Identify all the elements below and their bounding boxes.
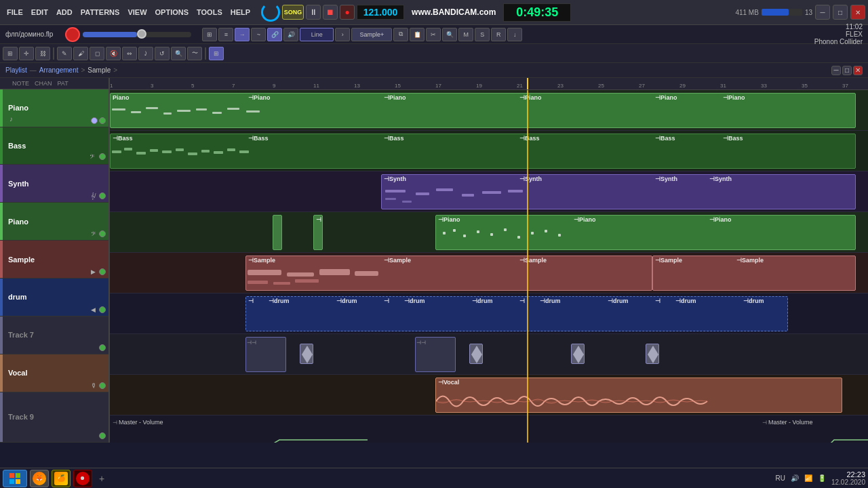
eraser-btn[interactable]: ◻: [90, 47, 104, 60]
track-mute-track9[interactable]: [99, 432, 106, 439]
sub-minimize[interactable]: ─: [831, 66, 841, 75]
zoom-btn[interactable]: 🔍: [442, 28, 457, 41]
menu-help[interactable]: HELP: [226, 5, 254, 19]
track-item-track7[interactable]: Track 7: [0, 317, 108, 354]
track-item-vocal[interactable]: Vocal 🎙: [0, 354, 108, 392]
pattern-piano1-1[interactable]: Piano: [110, 93, 856, 128]
sample-dropdown[interactable]: Sample +: [351, 28, 392, 41]
taskbar-fruity-btn[interactable]: 🍊: [52, 470, 71, 487]
track-item-drum[interactable]: drum ◀: [0, 279, 108, 317]
lane-piano1[interactable]: Piano: [110, 90, 868, 131]
pattern-vocal-1[interactable]: ⊣Vocal: [435, 378, 842, 413]
arrangement-area[interactable]: 1 3 5 7 9 11 13 15 17 19 21 23 25 27 29 …: [110, 78, 868, 443]
track-mute-track7[interactable]: [99, 344, 106, 351]
tempo-slider-thumb[interactable]: [137, 29, 146, 39]
track-item-bass[interactable]: Bass 𝄢: [0, 127, 108, 165]
menu-view[interactable]: VIEW: [123, 5, 151, 19]
track-num-bass[interactable]: 𝄢: [90, 153, 98, 161]
bpm-display[interactable]: 121.000: [357, 5, 404, 20]
close-btn[interactable]: ✕: [850, 5, 865, 20]
taskbar-record-btn[interactable]: ⏺: [73, 470, 92, 487]
link2-btn[interactable]: ⛓: [35, 47, 50, 60]
track-mute-sample[interactable]: [99, 268, 106, 275]
menu-edit[interactable]: EDIT: [27, 5, 52, 19]
snap-btn[interactable]: ≡: [218, 28, 233, 41]
menu-file[interactable]: FILE: [3, 5, 27, 19]
wave-btn[interactable]: 〜: [187, 47, 202, 60]
lane-bass[interactable]: ⊣Bass: [110, 131, 868, 171]
track-mute-vocal[interactable]: [99, 382, 106, 389]
pattern-track7-2[interactable]: [300, 344, 313, 364]
pattern-track7-6[interactable]: [646, 344, 659, 364]
track-item-piano1[interactable]: Piano ♪: [0, 89, 108, 127]
track-num-piano2[interactable]: 𝄢: [91, 230, 98, 237]
record-track-btn[interactable]: R: [491, 28, 506, 41]
track-icon-synth[interactable]: 𝄞/: [91, 192, 98, 199]
track-item-track9[interactable]: Track 9: [0, 392, 108, 443]
chevron-btn[interactable]: ›: [335, 28, 350, 41]
download-btn[interactable]: ↓: [507, 28, 522, 41]
breadcrumb-sample[interactable]: Sample: [87, 66, 111, 74]
line-mode-btn[interactable]: Line: [300, 28, 334, 41]
menu-add[interactable]: ADD: [52, 5, 77, 19]
track-mute-synth[interactable]: [99, 192, 106, 199]
pattern-piano2-1[interactable]: [273, 215, 282, 250]
track-mute-drum[interactable]: [99, 306, 106, 313]
pattern-track7-3[interactable]: ⊣⊣: [415, 337, 456, 372]
paste-btn[interactable]: 📋: [410, 28, 425, 41]
pattern-piano2-big[interactable]: ⊣Piano: [435, 215, 856, 250]
drag-btn[interactable]: ✛: [19, 47, 34, 60]
pattern-piano2-2[interactable]: ⊣: [313, 215, 323, 250]
active-tool[interactable]: ⊞: [209, 47, 224, 60]
track-mute-bass[interactable]: [99, 153, 106, 160]
copy-btn[interactable]: ⧉: [393, 28, 408, 41]
menu-options[interactable]: OPTIONS: [151, 5, 193, 19]
track-active-piano1[interactable]: [91, 117, 98, 124]
pause-btn[interactable]: ⏸: [306, 5, 321, 20]
stop-btn[interactable]: ⏹: [323, 5, 338, 20]
curve-btn[interactable]: ~: [251, 28, 266, 41]
split-btn[interactable]: ⇔: [122, 47, 137, 60]
breadcrumb-arrangement[interactable]: Arrangement: [39, 66, 79, 74]
lane-automation[interactable]: ⊣ Master - Volume ⊣ Master - Volume: [110, 415, 868, 443]
mute2-btn[interactable]: 🔇: [106, 47, 121, 60]
lane-piano2[interactable]: ⊣ ⊣Piano: [110, 212, 868, 253]
track-item-piano2[interactable]: Piano 𝄢: [0, 203, 108, 241]
taskbar-browser-btn[interactable]: 🦊: [30, 470, 49, 487]
maximize-btn[interactable]: □: [833, 5, 848, 20]
loop-btn[interactable]: ↺: [155, 47, 170, 60]
lane-vocal[interactable]: ⊣Vocal: [110, 375, 868, 415]
track-icon-vocal[interactable]: 🎙: [91, 382, 98, 389]
pattern-synth-1[interactable]: ⊣Synth ⊣Synth: [381, 174, 856, 209]
pattern-sample-2[interactable]: ⊣Sample ⊣Sample: [652, 256, 856, 291]
lane-sample[interactable]: ⊣Sample ⊣Sample ⊣Sample: [110, 253, 868, 293]
track-mute-piano1[interactable]: [99, 117, 106, 124]
pattern-track7-1[interactable]: ⊣⊣: [245, 337, 286, 372]
song-btn[interactable]: SONG: [282, 5, 304, 20]
sub-close[interactable]: ✕: [853, 66, 863, 75]
link-btn[interactable]: 🔗: [267, 28, 282, 41]
track-item-sample[interactable]: Sample ▶: [0, 241, 108, 279]
solo-btn[interactable]: S: [475, 28, 490, 41]
delete-btn[interactable]: ✂: [426, 28, 441, 41]
pattern-track7-5[interactable]: [571, 344, 585, 364]
arrow-btn[interactable]: →: [235, 28, 250, 41]
pattern-bass-1[interactable]: ⊣Bass: [110, 134, 856, 169]
magnify-btn[interactable]: 🔍: [171, 47, 186, 60]
record-btn[interactable]: ●: [340, 5, 355, 20]
track-mute-piano2[interactable]: [99, 230, 106, 237]
track-icon-drum[interactable]: ◀: [91, 306, 98, 313]
battery-icon[interactable]: 🔋: [818, 474, 826, 482]
pencil-btn[interactable]: ✎: [57, 47, 72, 60]
taskbar-windows-btn[interactable]: [3, 470, 27, 487]
playlist-grid-btn[interactable]: ⊞: [3, 47, 18, 60]
network-icon[interactable]: 📶: [804, 474, 812, 482]
breadcrumb-playlist[interactable]: Playlist: [5, 66, 27, 74]
track-item-synth[interactable]: Synth 𝄞/: [0, 165, 108, 203]
smooth-btn[interactable]: ⤸: [138, 47, 153, 60]
track-icon-sample[interactable]: ▶: [91, 268, 98, 275]
menu-patterns[interactable]: PATTERNS: [77, 5, 124, 19]
pattern-track7-4[interactable]: [469, 344, 483, 364]
minimize-btn[interactable]: ─: [815, 5, 830, 20]
pattern-sample-1[interactable]: ⊣Sample ⊣Sample ⊣Sample: [245, 256, 652, 291]
